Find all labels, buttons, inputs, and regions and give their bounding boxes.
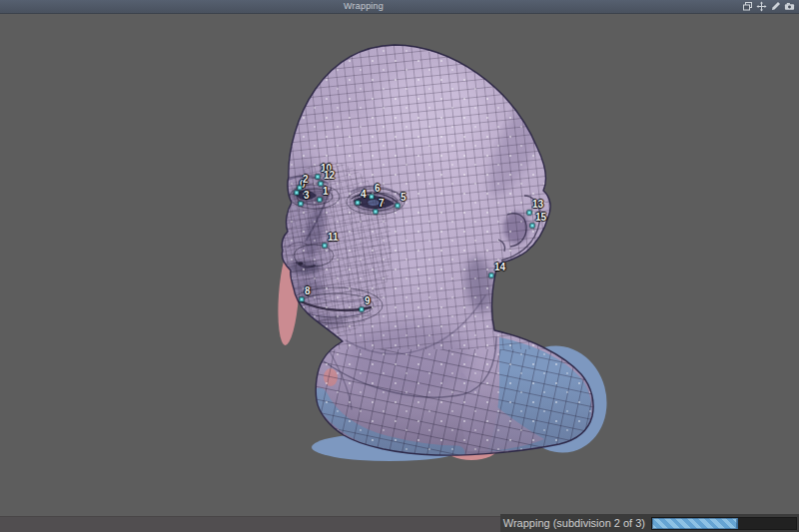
control-point-dot[interactable] (356, 201, 361, 206)
control-point-label: 5 (400, 193, 406, 203)
progress-fill (652, 518, 738, 529)
control-point-dot[interactable] (298, 186, 303, 191)
control-point-dot[interactable] (295, 191, 300, 196)
control-point-label: 9 (365, 296, 371, 306)
viewport-3d[interactable] (0, 0, 799, 532)
control-point-dot[interactable] (396, 204, 400, 209)
control-point-dot[interactable] (370, 195, 375, 200)
control-point-label: 8 (305, 286, 311, 296)
control-point-label: 1 (323, 187, 329, 197)
control-point-dot[interactable] (323, 244, 328, 249)
wrap-application-window: 0123456789101112131415 Wrapping (0, 0, 799, 532)
control-point-dot[interactable] (360, 307, 365, 312)
progress-bar (651, 517, 797, 530)
control-point-label: 7 (379, 199, 385, 209)
control-point-label: 4 (361, 190, 367, 200)
control-point-dot[interactable] (489, 273, 494, 278)
control-point-label: 15 (535, 213, 546, 223)
viewport-titlebar[interactable]: Wrapping (0, 0, 799, 14)
edit-icon[interactable] (770, 1, 781, 12)
float-window-icon[interactable] (742, 1, 753, 12)
control-point-dot[interactable] (530, 224, 535, 229)
control-point-label: 6 (375, 184, 381, 194)
titlebar-icons (742, 1, 795, 12)
wireframe-mesh (255, 35, 604, 464)
control-point-label: 2 (303, 175, 309, 185)
camera-icon[interactable] (784, 1, 795, 12)
control-point-dot[interactable] (299, 202, 304, 207)
control-point-label: 13 (532, 200, 543, 210)
control-point-dot[interactable] (316, 175, 321, 180)
control-point-dot[interactable] (319, 182, 324, 187)
control-point-label: 3 (304, 191, 310, 201)
control-point-label: 12 (324, 171, 335, 181)
status-panel: Wrapping (subdivision 2 of 3) (500, 514, 799, 532)
control-point-dot[interactable] (300, 297, 305, 302)
status-label: Wrapping (subdivision 2 of 3) (503, 517, 645, 529)
viewport-title: Wrapping (0, 0, 727, 13)
head-model (255, 35, 604, 464)
control-point-label: 14 (494, 263, 505, 272)
pan-icon[interactable] (756, 1, 767, 12)
control-point-dot[interactable] (318, 198, 323, 203)
control-point-label: 11 (328, 233, 339, 243)
control-point-dot[interactable] (374, 210, 379, 215)
control-point-dot[interactable] (527, 211, 532, 216)
